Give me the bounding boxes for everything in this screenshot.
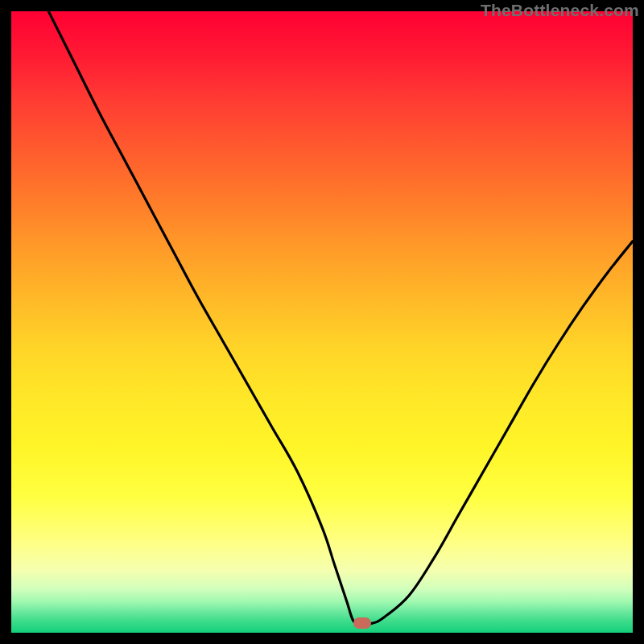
optimal-point-marker	[353, 617, 371, 629]
plot-area	[11, 11, 633, 633]
watermark-text: TheBottleneck.com	[481, 1, 639, 20]
bottleneck-curve	[11, 11, 633, 633]
chart-stage: TheBottleneck.com	[0, 0, 644, 644]
